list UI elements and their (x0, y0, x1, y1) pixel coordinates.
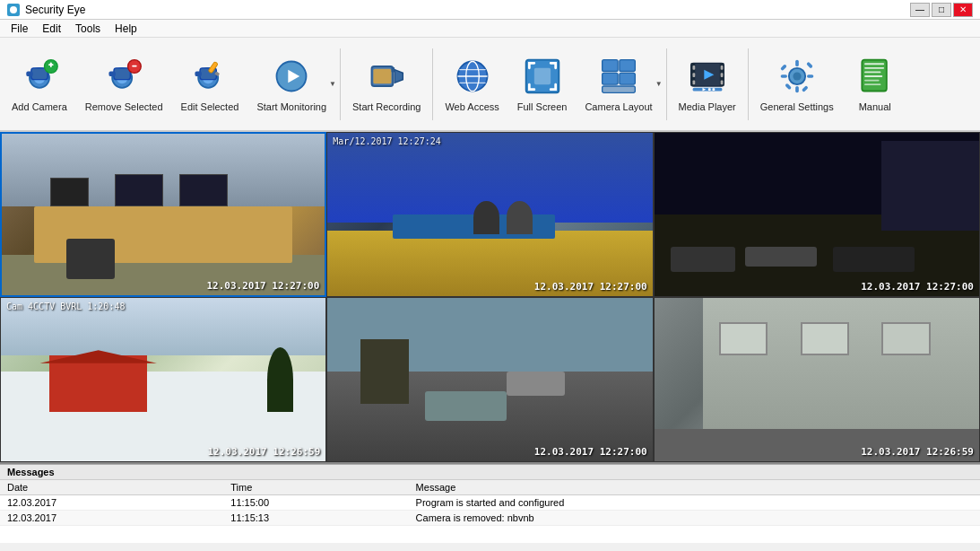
web-access-button[interactable]: Web Access (437, 44, 507, 125)
remove-icon (102, 55, 145, 98)
camera-layout-button[interactable]: Camera Layout (577, 44, 660, 125)
svg-rect-17 (195, 71, 202, 76)
manual-button[interactable]: Manual (844, 44, 906, 125)
svg-rect-54 (795, 86, 799, 92)
svg-rect-62 (864, 63, 884, 65)
messages-table[interactable]: Date Time Message 12.03.201711:15:00Prog… (0, 480, 980, 543)
menu-help[interactable]: Help (108, 21, 144, 37)
toolbar-separator-4 (748, 48, 749, 120)
recording-icon (365, 55, 408, 98)
messages-panel: Messages Date Time Message 12.03.201711:… (0, 464, 980, 543)
svg-rect-55 (780, 74, 786, 78)
svg-rect-10 (114, 68, 130, 80)
svg-marker-24 (395, 70, 403, 83)
svg-rect-42 (692, 73, 695, 77)
cam5-timestamp: 12.03.2017 12:27:00 (534, 446, 647, 458)
cam1-timestamp: 12.03.2017 12:27:00 (206, 280, 319, 292)
toolbar-separator-1 (340, 48, 341, 120)
camera-cell-6[interactable]: 12.03.2017 12:26:59 (654, 297, 980, 462)
general-settings-button[interactable]: General Settings (752, 44, 842, 125)
svg-rect-60 (802, 85, 809, 92)
full-screen-button[interactable]: Full Screen (509, 44, 576, 125)
camera-cell-4[interactable]: Cam 4CCTV BVRL 1:20:48 12.03.2017 12:26:… (0, 297, 326, 462)
settings-icon (776, 55, 819, 98)
svg-rect-45 (720, 73, 723, 77)
col-date: Date (0, 480, 223, 495)
start-recording-button[interactable]: Start Recording (344, 44, 429, 125)
cam6-timestamp: 12.03.2017 12:26:59 (861, 446, 974, 458)
toolbar-separator-3 (666, 48, 667, 120)
monitoring-dropdown-arrow[interactable]: ▼ (329, 80, 336, 88)
svg-rect-7 (50, 62, 52, 67)
svg-rect-57 (780, 64, 787, 71)
camera-layout-group: Camera Layout ▼ (577, 44, 662, 125)
app-title: Security Eye (25, 4, 85, 16)
svg-rect-33 (603, 60, 618, 72)
menu-tools[interactable]: Tools (68, 21, 108, 37)
add-camera-icon (18, 55, 61, 98)
message-text: Camera is removed: nbvnb (409, 511, 980, 526)
full-screen-label: Full Screen (517, 101, 568, 113)
svg-rect-37 (603, 86, 636, 92)
svg-point-0 (10, 6, 17, 13)
maximize-button[interactable]: □ (932, 3, 951, 17)
edit-selected-button[interactable]: Edit Selected (173, 44, 247, 125)
remove-selected-label: Remove Selected (85, 101, 163, 113)
message-text: Program is started and configured (409, 495, 980, 511)
media-icon (686, 55, 729, 98)
start-monitoring-button[interactable]: Start Monitoring (248, 44, 334, 125)
camera-cell-5[interactable]: 12.03.2017 12:27:00 (326, 297, 653, 462)
add-camera-button[interactable]: Add Camera (4, 44, 75, 125)
svg-rect-50 (708, 88, 711, 91)
cam2-timestamp: 12.03.2017 12:27:00 (534, 281, 647, 293)
start-monitoring-group: Start Monitoring ▼ (248, 44, 336, 125)
minimize-button[interactable]: — (910, 3, 930, 17)
camera-cell-3[interactable]: 12.03.2017 12:27:00 (654, 132, 980, 297)
message-date: 12.03.2017 (0, 495, 223, 511)
window-controls: — □ ✕ (910, 3, 973, 17)
cam3-timestamp: 12.03.2017 12:27:00 (861, 281, 974, 293)
svg-rect-32 (533, 68, 550, 84)
svg-rect-56 (807, 74, 813, 78)
svg-rect-46 (720, 80, 723, 84)
layout-icon (597, 55, 640, 98)
messages-header: Messages (0, 465, 980, 480)
svg-rect-44 (720, 66, 723, 70)
toolbar-separator-2 (432, 48, 433, 120)
col-time: Time (223, 480, 408, 495)
camera-grid: 12.03.2017 12:27:00 Mar/12.2017 12:27:24… (0, 132, 980, 464)
svg-rect-35 (603, 73, 618, 84)
menu-edit[interactable]: Edit (35, 21, 68, 37)
edit-selected-label: Edit Selected (181, 101, 239, 113)
menu-file[interactable]: File (4, 21, 35, 37)
remove-selected-button[interactable]: Remove Selected (77, 44, 171, 125)
svg-rect-59 (785, 83, 792, 90)
menu-bar: File Edit Tools Help (0, 20, 980, 38)
svg-rect-65 (864, 75, 882, 77)
manual-icon (854, 55, 897, 98)
add-camera-label: Add Camera (12, 101, 67, 113)
title-bar: Security Eye — □ ✕ (0, 0, 980, 20)
edit-icon (188, 55, 231, 98)
web-icon (451, 55, 494, 98)
table-row: 12.03.201711:15:13Camera is removed: nbv… (0, 511, 980, 526)
svg-rect-63 (864, 67, 884, 69)
close-button[interactable]: ✕ (953, 3, 973, 17)
app-icon (7, 4, 20, 16)
svg-rect-41 (692, 66, 695, 70)
svg-rect-25 (392, 67, 395, 73)
camera-cell-2[interactable]: Mar/12.2017 12:27:24 12.03.2017 12:27:00 (326, 132, 653, 297)
table-row: 12.03.201711:15:00Program is started and… (0, 495, 980, 511)
layout-dropdown-arrow[interactable]: ▼ (655, 80, 663, 88)
general-settings-label: General Settings (760, 101, 834, 113)
svg-rect-36 (620, 73, 635, 84)
svg-rect-13 (132, 66, 137, 67)
col-message: Message (409, 480, 980, 495)
svg-rect-53 (795, 60, 799, 66)
svg-rect-11 (109, 71, 116, 76)
camera-cell-1[interactable]: 12.03.2017 12:27:00 (0, 132, 326, 297)
svg-rect-64 (864, 71, 880, 73)
media-player-button[interactable]: Media Player (671, 44, 744, 125)
media-player-label: Media Player (679, 101, 736, 113)
svg-rect-4 (26, 71, 32, 76)
